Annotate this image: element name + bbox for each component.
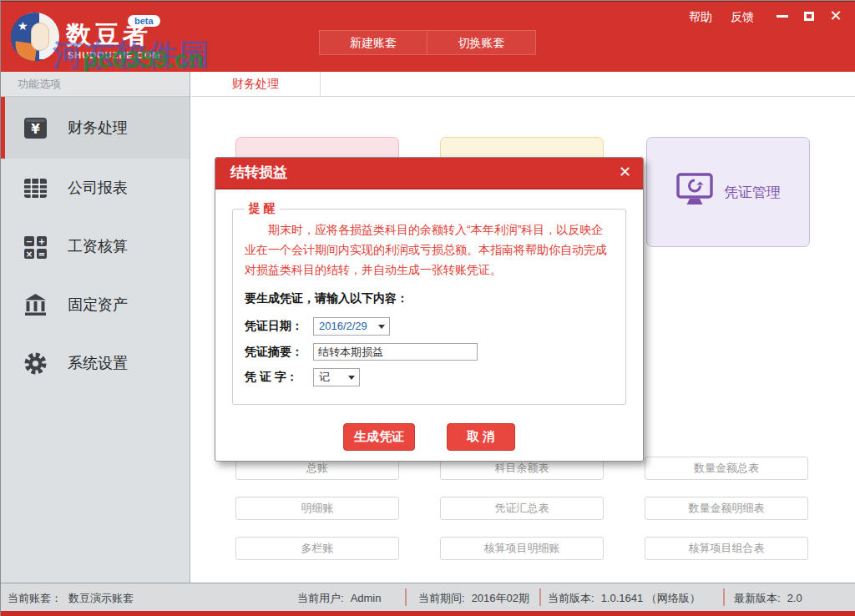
sidebar-item-label: 固定资产 (68, 295, 128, 315)
dialog-title: 结转损益 (215, 158, 643, 188)
dialog-footer: 生成凭证 取 消 (232, 423, 626, 451)
dialog-header: 结转损益 ✕ (215, 158, 643, 189)
voucher-word-label: 凭 证 字： (245, 370, 313, 385)
svg-text:=: = (38, 249, 44, 258)
voucher-summary-row: 凭证摘要： (245, 343, 615, 361)
voucher-date-select[interactable]: 2016/2/29 (313, 317, 390, 336)
close-icon: ✕ (829, 9, 842, 23)
brand-domain: SHUDOUZHE.COM (68, 50, 160, 60)
minimize-button[interactable] (776, 9, 789, 23)
quantity-amount-summary-button[interactable]: 数量金额总表 (645, 457, 808, 480)
status-divider (405, 588, 407, 606)
switch-account-set-button[interactable]: 切换账套 (428, 30, 536, 55)
window-controls: ✕ (776, 8, 842, 23)
maximize-button[interactable] (802, 9, 816, 23)
calculator-icon: −+×= (23, 234, 48, 259)
voucher-summary-label: 凭证摘要： (245, 345, 313, 360)
accounting-item-combo-button[interactable]: 核算项目组合表 (645, 537, 808, 560)
generate-voucher-button[interactable]: 生成凭证 (343, 423, 415, 451)
gear-icon (23, 351, 48, 376)
voucher-word-row: 凭 证 字： 记 (245, 368, 615, 386)
status-latest-version: 最新版本:2.0 (734, 591, 802, 606)
bottom-red-strip (1, 611, 855, 616)
yuan-badge-icon: ¥ (23, 115, 48, 140)
app-window: ★ 数豆者 SHUDOUZHE.COM beta 河东软件园 pc0359.cn… (0, 0, 855, 616)
report-buttons-grid: 总账 科目余额表 数量金额总表 明细账 凭证汇总表 数量金额明细表 多栏账 核算… (235, 457, 808, 560)
sidebar-item-label: 工资核算 (68, 236, 128, 256)
feedback-link[interactable]: 反馈 (731, 10, 754, 25)
help-link[interactable]: 帮助 (689, 10, 712, 25)
svg-text:−: − (25, 236, 32, 245)
reminder-legend: 提 醒 (245, 201, 280, 216)
voucher-date-label: 凭证日期： (245, 319, 313, 334)
beta-badge: beta (128, 15, 160, 27)
voucher-management-card[interactable]: 凭证管理 (646, 137, 810, 247)
voucher-word-select[interactable]: 记 (313, 368, 360, 386)
voucher-date-row: 凭证日期： 2016/2/29 (245, 317, 615, 336)
tab-finance-processing[interactable]: 财务处理 (191, 72, 321, 96)
sidebar: 功能选项 ¥ 财务处理 公司报表 −+×= 工资核算 固定资产 (1, 72, 190, 583)
dialog-close-icon[interactable]: ✕ (619, 163, 631, 181)
voucher-summary-input[interactable] (313, 343, 478, 361)
titlebar-links: 帮助 反馈 (689, 10, 754, 25)
svg-text:¥: ¥ (31, 122, 40, 137)
logo-star-icon: ★ (18, 19, 28, 33)
sidebar-item-finance-processing[interactable]: ¥ 财务处理 (1, 97, 190, 159)
svg-text:×: × (25, 249, 32, 258)
reminder-fieldset: 提 醒 期末时，应将各损益类科目的余额转入“本年利润”科目，以反映企业在一个会计… (232, 201, 626, 405)
dialog-body: 提 醒 期末时，应将各损益类科目的余额转入“本年利润”科目，以反映企业在一个会计… (215, 189, 643, 451)
generate-prompt: 要生成凭证，请输入以下内容： (245, 291, 615, 306)
carry-forward-profit-loss-dialog: 结转损益 ✕ 提 醒 期末时，应将各损益类科目的余额转入“本年利润”科目，以反映… (215, 157, 644, 462)
accounting-item-detail-button[interactable]: 核算项目明细账 (440, 537, 604, 560)
svg-text:+: + (38, 236, 44, 245)
multi-column-ledger-button[interactable]: 多栏账 (235, 537, 399, 560)
report-grid-icon (23, 175, 48, 200)
voucher-management-label: 凭证管理 (724, 183, 781, 202)
sidebar-item-label: 系统设置 (68, 353, 128, 373)
detail-ledger-button[interactable]: 明细账 (235, 497, 399, 520)
bank-icon (23, 292, 48, 317)
sidebar-item-company-reports[interactable]: 公司报表 (1, 159, 190, 217)
app-logo-icon: ★ (11, 13, 59, 61)
reminder-text: 期末时，应将各损益类科目的余额转入“本年利润”科目，以反映企业在一个会计期间内实… (245, 220, 614, 280)
cancel-button[interactable]: 取 消 (447, 423, 515, 451)
sidebar-item-label: 财务处理 (68, 118, 128, 138)
voucher-summary-button[interactable]: 凭证汇总表 (440, 497, 604, 520)
chevron-down-icon (378, 325, 385, 329)
tab-bar: 财务处理 (191, 72, 855, 97)
close-button[interactable]: ✕ (829, 9, 842, 23)
title-bar: ★ 数豆者 SHUDOUZHE.COM beta 河东软件园 pc0359.cn… (1, 1, 855, 72)
chevron-down-icon (348, 376, 355, 380)
maximize-icon (804, 12, 814, 21)
new-account-set-button[interactable]: 新建账套 (319, 30, 428, 55)
sidebar-item-system-settings[interactable]: 系统设置 (1, 334, 190, 392)
status-current-user: 当前用户:Admin (297, 591, 381, 606)
minimize-icon (777, 15, 788, 18)
sidebar-header: 功能选项 (1, 72, 190, 97)
sidebar-item-label: 公司报表 (68, 178, 128, 198)
status-current-account-set: 当前账套：数豆演示账套 (8, 591, 134, 606)
status-divider (723, 588, 725, 606)
quantity-amount-detail-button[interactable]: 数量金额明细表 (645, 497, 808, 520)
status-current-version: 当前版本:1.0.1641 （网络版） (548, 591, 701, 606)
sidebar-item-payroll[interactable]: −+×= 工资核算 (1, 217, 190, 275)
status-current-period: 当前期间:2016年02期 (418, 591, 529, 606)
account-set-actions: 新建账套 切换账套 (319, 30, 536, 55)
monitor-sync-icon (675, 173, 714, 211)
sidebar-item-fixed-assets[interactable]: 固定资产 (1, 275, 190, 334)
status-divider (539, 588, 541, 606)
status-bar: 当前账套：数豆演示账套 当前用户:Admin 当前期间:2016年02期 当前版… (1, 583, 855, 611)
logo-bean-character (31, 23, 49, 51)
